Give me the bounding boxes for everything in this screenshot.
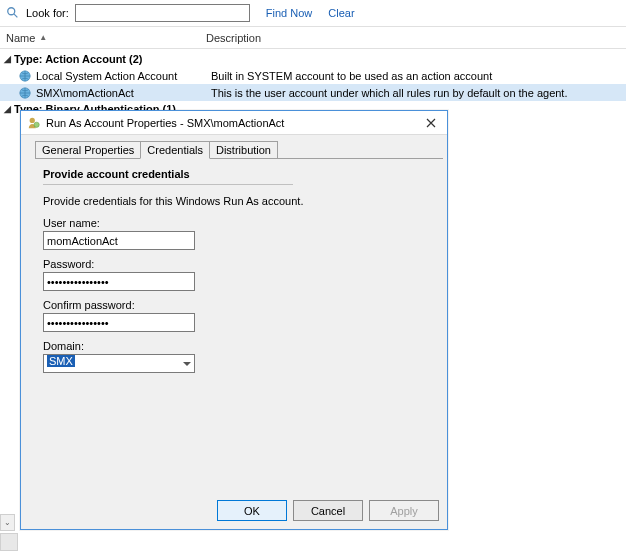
domain-label: Domain:	[43, 340, 433, 352]
search-icon	[6, 6, 20, 20]
search-bar: Look for: Find Now Clear	[0, 0, 626, 27]
column-name[interactable]: Name▲	[6, 32, 206, 44]
item-desc: This is the user account under which all…	[211, 87, 626, 99]
dialog-buttons: OK Cancel Apply	[217, 500, 439, 521]
hint-text: Provide credentials for this Windows Run…	[43, 195, 433, 207]
list-item[interactable]: SMX\momActionAct This is the user accoun…	[0, 84, 626, 101]
cancel-button[interactable]: Cancel	[293, 500, 363, 521]
svg-line-1	[14, 14, 18, 18]
ok-button[interactable]: OK	[217, 500, 287, 521]
close-icon	[426, 118, 436, 128]
expander-icon[interactable]: ◢	[4, 104, 14, 114]
column-headers: Name▲ Description	[0, 27, 626, 49]
svg-point-0	[8, 8, 15, 15]
globe-icon	[18, 86, 32, 100]
titlebar[interactable]: Run As Account Properties - SMX\momActio…	[21, 111, 447, 135]
tab-credentials[interactable]: Credentials	[140, 141, 210, 159]
confirm-password-field[interactable]	[43, 313, 195, 332]
section-title: Provide account credentials	[43, 165, 293, 185]
password-label: Password:	[43, 258, 433, 270]
sort-asc-icon: ▲	[39, 33, 47, 42]
search-label: Look for:	[26, 7, 69, 19]
footer-grip	[0, 533, 18, 551]
close-button[interactable]	[421, 114, 441, 132]
dialog-title: Run As Account Properties - SMX\momActio…	[46, 117, 421, 129]
expander-icon[interactable]: ◢	[4, 54, 14, 64]
clear-link[interactable]: Clear	[328, 7, 354, 19]
domain-value: SMX	[47, 355, 75, 367]
username-label: User name:	[43, 217, 433, 229]
item-desc: Built in SYSTEM account to be used as an…	[211, 70, 626, 82]
svg-point-5	[34, 122, 39, 127]
scroll-down-button[interactable]: ⌄	[0, 514, 15, 531]
password-field[interactable]	[43, 272, 195, 291]
tab-body: Provide account credentials Provide cred…	[21, 159, 447, 373]
column-description[interactable]: Description	[206, 32, 626, 44]
username-field[interactable]	[43, 231, 195, 250]
item-name: SMX\momActionAct	[36, 87, 211, 99]
list-item[interactable]: Local System Action Account Built in SYS…	[0, 67, 626, 84]
properties-dialog: Run As Account Properties - SMX\momActio…	[20, 110, 448, 530]
search-input[interactable]	[75, 4, 250, 22]
account-icon	[27, 116, 41, 130]
tab-general[interactable]: General Properties	[35, 141, 141, 158]
svg-point-4	[30, 117, 35, 122]
group-title: Type: Action Account (2)	[14, 53, 143, 65]
domain-combobox[interactable]: SMX	[43, 354, 195, 373]
tab-distribution[interactable]: Distribution	[209, 141, 278, 158]
tab-strip: General Properties Credentials Distribut…	[35, 141, 443, 158]
globe-icon	[18, 69, 32, 83]
apply-button: Apply	[369, 500, 439, 521]
group-header[interactable]: ◢ Type: Action Account (2)	[0, 51, 626, 67]
confirm-label: Confirm password:	[43, 299, 433, 311]
find-now-link[interactable]: Find Now	[266, 7, 312, 19]
item-name: Local System Action Account	[36, 70, 211, 82]
